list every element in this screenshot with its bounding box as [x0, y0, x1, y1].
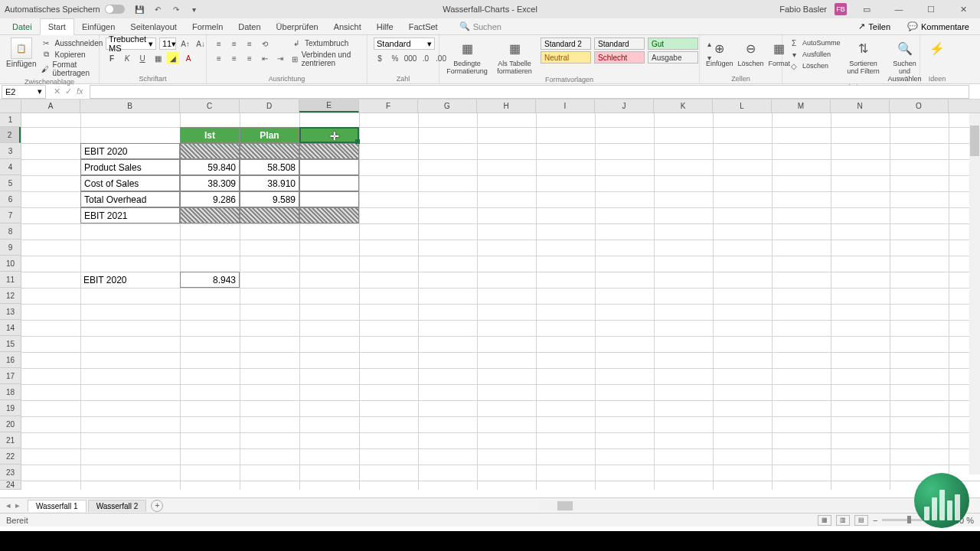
sheet-tab-2[interactable]: Wasserfall 2: [88, 500, 147, 512]
col-header-c[interactable]: C: [180, 99, 240, 112]
col-header-b[interactable]: B: [80, 99, 180, 112]
insert-cells-icon[interactable]: ⊕: [709, 37, 730, 59]
row-header[interactable]: 18: [0, 384, 21, 400]
bold-button[interactable]: F: [106, 52, 118, 64]
tab-seitenlayout[interactable]: Seitenlayout: [122, 19, 185, 34]
format-as-table-icon[interactable]: ▦: [504, 37, 525, 59]
underline-button[interactable]: U: [136, 52, 149, 64]
align-center-icon[interactable]: ≡: [228, 52, 240, 64]
row-header[interactable]: 19: [0, 400, 21, 416]
cell-c6[interactable]: 9.286: [180, 191, 240, 207]
row-header[interactable]: 24: [0, 481, 21, 490]
formula-bar[interactable]: [90, 85, 969, 99]
currency-icon[interactable]: $: [374, 52, 386, 64]
row-header[interactable]: 2: [0, 127, 21, 143]
row-header[interactable]: 21: [0, 432, 21, 448]
col-header-d[interactable]: D: [240, 99, 299, 112]
comma-icon[interactable]: 000: [404, 52, 416, 64]
cell-b6[interactable]: Total Overhead: [80, 191, 180, 207]
maximize-button[interactable]: ☐: [919, 0, 943, 18]
row-header[interactable]: 1: [0, 113, 21, 127]
cell-b7[interactable]: EBIT 2021: [80, 207, 180, 223]
indent-right-icon[interactable]: ⇥: [274, 52, 286, 64]
tab-factset[interactable]: FactSet: [401, 19, 446, 34]
fill-button[interactable]: ▾Ausfüllen: [789, 49, 841, 60]
save-icon[interactable]: 💾: [134, 4, 145, 15]
fill-color-button[interactable]: ◢: [167, 52, 179, 64]
ideas-icon[interactable]: ⚡: [926, 37, 948, 59]
row-header[interactable]: 16: [0, 352, 21, 368]
conditional-formatting-icon[interactable]: ▦: [456, 37, 478, 59]
hscroll-thumb[interactable]: [557, 501, 573, 510]
percent-icon[interactable]: %: [389, 52, 401, 64]
tab-formeln[interactable]: Formeln: [185, 19, 230, 34]
ribbon-options-icon[interactable]: ▭: [854, 0, 879, 18]
number-format-select[interactable]: Standard▾: [374, 37, 435, 50]
col-header-l[interactable]: L: [713, 99, 772, 112]
cell-d7[interactable]: [240, 207, 299, 223]
enter-formula-icon[interactable]: ✓: [65, 86, 72, 96]
cell-d6[interactable]: 9.589: [240, 191, 299, 207]
row-header[interactable]: 10: [0, 256, 21, 272]
cell-e3[interactable]: [299, 143, 359, 159]
autosave-toggle[interactable]: [105, 5, 125, 14]
col-header-n[interactable]: N: [831, 99, 890, 112]
add-sheet-button[interactable]: +: [151, 500, 163, 512]
row-header[interactable]: 15: [0, 336, 21, 352]
font-name-select[interactable]: Trebuchet MS▾: [106, 37, 156, 50]
cell-d3[interactable]: [240, 143, 299, 159]
redo-icon[interactable]: ↷: [171, 4, 181, 15]
search-box[interactable]: 🔍 Suchen: [459, 21, 501, 31]
tab-ansicht[interactable]: Ansicht: [326, 19, 369, 34]
col-header-h[interactable]: H: [477, 99, 536, 112]
qat-more-icon[interactable]: ▾: [189, 4, 200, 15]
clear-button[interactable]: ◇Löschen: [789, 60, 841, 71]
row-header[interactable]: 11: [0, 272, 21, 288]
row-header[interactable]: 12: [0, 288, 21, 304]
style-schlecht[interactable]: Schlecht: [594, 51, 645, 64]
row-header[interactable]: 8: [0, 223, 21, 240]
name-box[interactable]: E2▾: [2, 85, 46, 99]
col-header-j[interactable]: J: [595, 99, 654, 112]
cell-c2[interactable]: Ist: [180, 127, 240, 143]
vertical-scrollbar[interactable]: [969, 113, 980, 474]
copy-button[interactable]: ⧉Kopieren: [41, 49, 103, 60]
cell-e7[interactable]: [299, 207, 359, 223]
shrink-font-icon[interactable]: A↓: [194, 37, 207, 50]
align-middle-icon[interactable]: ≡: [228, 37, 240, 50]
grow-font-icon[interactable]: A↑: [179, 37, 191, 50]
col-header-o[interactable]: O: [890, 99, 949, 112]
undo-icon[interactable]: ↶: [152, 4, 163, 15]
style-standard2[interactable]: Standard 2: [541, 37, 591, 50]
row-header[interactable]: 14: [0, 320, 21, 336]
delete-cells-icon[interactable]: ⊖: [740, 37, 762, 59]
row-header[interactable]: 3: [0, 143, 21, 159]
row-header[interactable]: 9: [0, 240, 21, 256]
format-painter-button[interactable]: 🖌Format übertragen: [41, 60, 103, 77]
zoom-out-button[interactable]: −: [873, 516, 877, 525]
merge-button[interactable]: ⊞Verbinden und zentrieren: [291, 51, 361, 67]
comments-button[interactable]: 💬 Kommentare: [901, 20, 975, 33]
sort-filter-icon[interactable]: ⇅: [853, 37, 874, 59]
cell-c11[interactable]: 8.943: [180, 272, 240, 288]
cell-b5[interactable]: Cost of Sales: [80, 175, 180, 191]
row-header[interactable]: 5: [0, 175, 21, 191]
select-all-button[interactable]: [0, 99, 21, 112]
tab-einfuegen[interactable]: Einfügen: [74, 19, 122, 34]
style-neutral[interactable]: Neutral: [541, 51, 591, 64]
minimize-button[interactable]: —: [887, 0, 911, 18]
col-header-e[interactable]: E: [299, 99, 359, 112]
cell-c3[interactable]: [180, 143, 240, 159]
paste-icon[interactable]: 📋: [11, 37, 32, 59]
align-right-icon[interactable]: ≡: [243, 52, 256, 64]
tab-start[interactable]: Start: [40, 18, 74, 35]
page-layout-view-button[interactable]: ▥: [836, 515, 850, 526]
align-top-icon[interactable]: ≡: [213, 37, 225, 50]
col-header-m[interactable]: M: [772, 99, 831, 112]
tab-daten[interactable]: Daten: [230, 19, 268, 34]
tab-ueberpruefen[interactable]: Überprüfen: [269, 19, 326, 34]
style-standard[interactable]: Standard: [594, 37, 645, 50]
horizontal-scrollbar[interactable]: [539, 500, 969, 511]
tab-datei[interactable]: Datei: [5, 19, 40, 34]
row-header[interactable]: 13: [0, 304, 21, 320]
